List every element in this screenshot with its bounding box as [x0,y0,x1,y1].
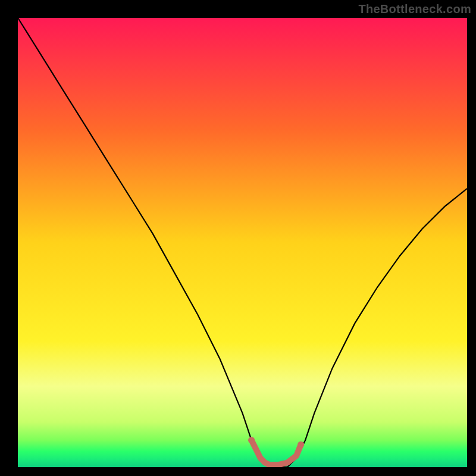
curve-layer [18,18,467,467]
bottleneck-curve [18,18,467,467]
optimal-zone-dot-right [298,441,304,448]
optimal-zone-marker [252,440,301,465]
chart-frame: TheBottleneck.com [0,0,476,476]
optimal-zone-dot-left [248,437,255,443]
plot-area [18,18,467,467]
watermark-text: TheBottleneck.com [358,2,471,16]
